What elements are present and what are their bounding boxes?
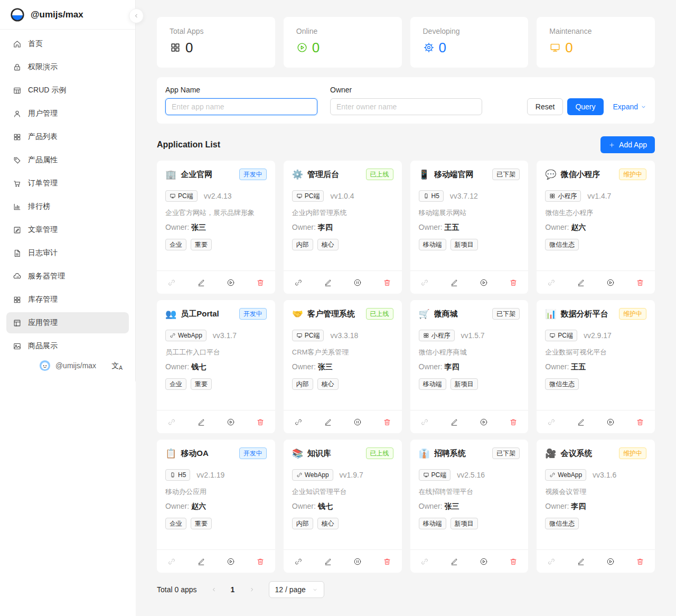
add-app-button[interactable]: Add App: [600, 136, 655, 153]
link-action-icon[interactable]: [410, 278, 440, 287]
edit-action-icon[interactable]: [439, 278, 469, 287]
play-action-icon[interactable]: [596, 418, 625, 426]
logo[interactable]: @umijs/max: [6, 0, 129, 29]
avatar[interactable]: [39, 360, 51, 371]
edit-action-icon[interactable]: [313, 278, 343, 287]
platform-tag: 小程序: [419, 330, 455, 341]
link-action-icon[interactable]: [157, 278, 186, 287]
delete-action-icon[interactable]: [246, 278, 275, 287]
app-tags: 企业重要: [165, 378, 267, 390]
sidebar-item-6[interactable]: 产品属性: [6, 150, 129, 171]
app-name-input[interactable]: [165, 98, 317, 115]
edit-action-icon[interactable]: [439, 418, 469, 426]
query-button[interactable]: Query: [567, 98, 603, 115]
sidebar-item-9[interactable]: 文章管理: [6, 219, 129, 240]
play-action-icon[interactable]: [216, 557, 246, 566]
edit-action-icon[interactable]: [439, 557, 469, 566]
reset-button[interactable]: Reset: [527, 98, 564, 115]
sidebar-item-11[interactable]: 服务器管理: [6, 266, 129, 287]
sidebar-item-4[interactable]: 用户管理: [6, 103, 129, 124]
status-badge: 已下架: [492, 308, 520, 320]
play-action-icon[interactable]: [216, 278, 246, 287]
status-badge: 开发中: [239, 169, 267, 180]
link-action-icon[interactable]: [284, 418, 313, 426]
sidebar-item-14[interactable]: 商品展示: [6, 335, 129, 357]
platform-tag: H5: [165, 469, 190, 481]
delete-action-icon[interactable]: [625, 557, 655, 566]
link-action-icon[interactable]: [537, 557, 566, 566]
link-action-icon[interactable]: [284, 557, 313, 566]
delete-action-icon[interactable]: [246, 418, 275, 426]
bar-chart-icon: [13, 202, 22, 211]
edit-action-icon[interactable]: [566, 557, 596, 566]
play-action-icon[interactable]: [469, 278, 499, 287]
platform-tag: PC端: [165, 190, 198, 202]
play-action-icon[interactable]: [596, 278, 625, 287]
stat-value: 0: [185, 41, 193, 54]
delete-action-icon[interactable]: [625, 278, 655, 287]
sidebar-item-1[interactable]: 首页: [6, 33, 129, 54]
sidebar-item-8[interactable]: 排行榜: [6, 196, 129, 217]
app-version: vv2.1.19: [196, 471, 224, 479]
app-tag: 新项目: [450, 378, 478, 390]
status-badge: 已下架: [492, 447, 520, 459]
link-action-icon[interactable]: [410, 557, 440, 566]
next-page-button[interactable]: [243, 581, 260, 598]
play-action-icon[interactable]: [596, 557, 625, 566]
edit-action-icon[interactable]: [313, 557, 343, 566]
link-action-icon[interactable]: [537, 418, 566, 426]
cart-icon: [13, 179, 22, 188]
sidebar-item-7[interactable]: 订单管理: [6, 173, 129, 194]
pause-action-icon[interactable]: [343, 557, 372, 566]
sidebar-item-10[interactable]: 日志审计: [6, 242, 129, 264]
link-action-icon[interactable]: [157, 557, 186, 566]
app-description: 企业数据可视化平台: [545, 348, 646, 357]
edit-action-icon[interactable]: [186, 557, 216, 566]
sidebar-collapse-button[interactable]: [129, 8, 144, 23]
delete-action-icon[interactable]: [499, 278, 528, 287]
app-name-field: App Name: [165, 86, 317, 115]
delete-action-icon[interactable]: [499, 418, 528, 426]
delete-action-icon[interactable]: [372, 418, 402, 426]
edit-action-icon[interactable]: [566, 278, 596, 287]
page-number[interactable]: 1: [224, 581, 241, 598]
delete-action-icon[interactable]: [372, 278, 402, 287]
play-action-icon[interactable]: [216, 418, 246, 426]
link-action-icon[interactable]: [157, 418, 186, 426]
delete-action-icon[interactable]: [246, 557, 275, 566]
edit-action-icon[interactable]: [313, 418, 343, 426]
app-name: 数据分析平台: [560, 309, 608, 319]
sidebar-item-3[interactable]: CRUD 示例: [6, 80, 129, 101]
status-badge: 已上线: [366, 447, 393, 459]
app-tags: 移动端新项目: [419, 239, 520, 250]
pause-action-icon[interactable]: [343, 418, 372, 426]
app-tag: 重要: [191, 378, 212, 390]
prev-page-button[interactable]: [205, 581, 222, 598]
edit-action-icon[interactable]: [566, 418, 596, 426]
sidebar-item-12[interactable]: 库存管理: [6, 289, 129, 310]
sidebar-item-5[interactable]: 产品列表: [6, 126, 129, 147]
app-version: vv3.3.18: [330, 331, 358, 340]
pause-action-icon[interactable]: [343, 278, 372, 287]
edit-action-icon[interactable]: [186, 278, 216, 287]
sidebar-item-2[interactable]: 权限演示: [6, 57, 129, 78]
page-size-select[interactable]: 12 / page: [269, 581, 324, 598]
delete-action-icon[interactable]: [625, 418, 655, 426]
delete-action-icon[interactable]: [372, 557, 402, 566]
platform-tag: WebApp: [545, 469, 586, 481]
app-owner: Owner: 赵六: [165, 502, 267, 511]
stat-card-online: Online0: [284, 17, 402, 68]
edit-action-icon[interactable]: [186, 418, 216, 426]
owner-input[interactable]: [330, 98, 482, 115]
play-action-icon[interactable]: [469, 418, 499, 426]
stats-row: Total Apps0Online0Developing0Maintenance…: [157, 17, 655, 68]
delete-action-icon[interactable]: [499, 557, 528, 566]
translate-icon[interactable]: 文A: [111, 361, 123, 371]
sidebar-item-13[interactable]: 应用管理: [6, 312, 129, 333]
play-action-icon[interactable]: [469, 557, 499, 566]
expand-button[interactable]: Expand: [613, 102, 646, 111]
link-action-icon[interactable]: [284, 278, 313, 287]
link-action-icon[interactable]: [537, 278, 566, 287]
app-name: 客户管理系统: [307, 309, 355, 319]
link-action-icon[interactable]: [410, 418, 440, 426]
